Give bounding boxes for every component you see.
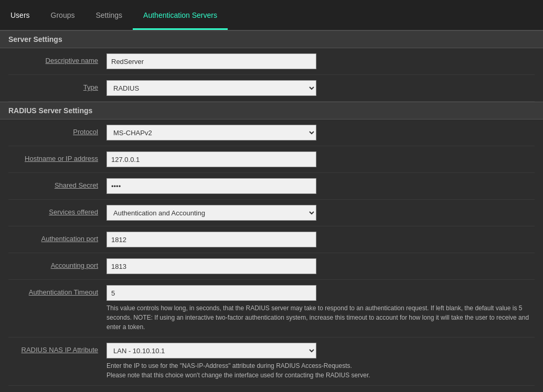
shared-secret-input[interactable]	[107, 178, 316, 194]
nas-ip-field: LAN - 10.10.10.1 WAN Enter the IP to use…	[105, 343, 535, 380]
auth-timeout-row: Authentication Timeout This value contro…	[8, 280, 535, 337]
services-label: Services offered	[8, 205, 105, 216]
auth-timeout-label: Authentication Timeout	[8, 285, 105, 296]
hostname-field	[105, 151, 535, 167]
protocol-field: MS-CHAPv2 PAP CHAP MSCHAP	[105, 125, 535, 140]
shared-secret-row: Shared Secret	[8, 173, 535, 200]
services-row: Services offered Authentication and Acco…	[8, 200, 535, 226]
descriptive-name-field	[105, 53, 535, 69]
nav-settings[interactable]: Settings	[85, 0, 133, 30]
accounting-port-label: Accounting port	[8, 258, 105, 269]
type-row: Type RADIUS	[8, 75, 535, 102]
radius-settings-form: Protocol MS-CHAPv2 PAP CHAP MSCHAP Hostn…	[0, 119, 543, 386]
protocol-row: Protocol MS-CHAPv2 PAP CHAP MSCHAP	[8, 119, 535, 146]
nav-groups[interactable]: Groups	[40, 0, 86, 30]
descriptive-name-row: Descriptive name	[8, 48, 535, 75]
nas-ip-help: Enter the IP to use for the "NAS-IP-Addr…	[107, 361, 535, 380]
auth-timeout-field: This value controls how long, in seconds…	[105, 285, 535, 332]
descriptive-name-label: Descriptive name	[8, 53, 105, 64]
nas-ip-select[interactable]: LAN - 10.10.10.1 WAN	[107, 343, 316, 358]
hostname-input[interactable]	[107, 151, 316, 167]
protocol-label: Protocol	[8, 125, 105, 136]
auth-port-field	[105, 232, 535, 247]
protocol-select[interactable]: MS-CHAPv2 PAP CHAP MSCHAP	[107, 125, 316, 140]
main-content: Server Settings Descriptive name Type RA…	[0, 30, 543, 392]
auth-port-label: Authentication port	[8, 232, 105, 243]
type-label: Type	[8, 80, 105, 91]
server-settings-header: Server Settings	[0, 30, 543, 48]
accounting-port-field	[105, 258, 535, 274]
auth-port-row: Authentication port	[8, 226, 535, 253]
accounting-port-input[interactable]	[107, 258, 316, 274]
auth-timeout-input[interactable]	[107, 285, 316, 301]
auth-timeout-help: This value controls how long, in seconds…	[107, 303, 535, 332]
server-settings-form: Descriptive name Type RADIUS	[0, 48, 543, 102]
type-field: RADIUS	[105, 80, 535, 96]
nas-ip-row: RADIUS NAS IP Attribute LAN - 10.10.10.1…	[8, 337, 535, 386]
radius-settings-header: RADIUS Server Settings	[0, 102, 543, 119]
shared-secret-label: Shared Secret	[8, 178, 105, 189]
shared-secret-field	[105, 178, 535, 194]
nav-authentication-servers[interactable]: Authentication Servers	[133, 0, 228, 30]
top-navigation: Users Groups Settings Authentication Ser…	[0, 0, 543, 30]
type-select[interactable]: RADIUS	[107, 80, 316, 96]
nav-users[interactable]: Users	[0, 0, 40, 30]
hostname-row: Hostname or IP address	[8, 146, 535, 173]
accounting-port-row: Accounting port	[8, 253, 535, 280]
auth-port-input[interactable]	[107, 232, 316, 247]
nas-ip-label: RADIUS NAS IP Attribute	[8, 343, 105, 354]
descriptive-name-input[interactable]	[107, 53, 316, 69]
hostname-label: Hostname or IP address	[8, 151, 105, 162]
services-field: Authentication and Accounting Authentica…	[105, 205, 535, 221]
services-select[interactable]: Authentication and Accounting Authentica…	[107, 205, 316, 221]
